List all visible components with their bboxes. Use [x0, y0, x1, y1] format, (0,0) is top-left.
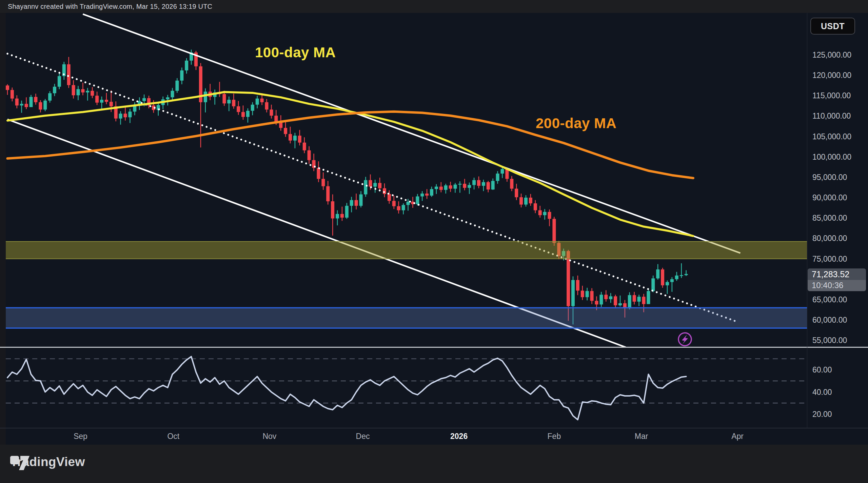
candle-down: [581, 290, 584, 297]
candle-down: [265, 102, 269, 110]
time-tick-nov: Nov: [262, 432, 276, 441]
candle-up: [637, 297, 641, 301]
candle-down: [425, 194, 429, 196]
price-plot: [6, 14, 807, 347]
time-tick-apr: Apr: [731, 432, 744, 441]
time-tick-oct: Oct: [167, 432, 179, 441]
candle-down: [534, 203, 537, 210]
last-price-chip[interactable]: 71,283.52 10:40:36: [808, 268, 866, 291]
candle-up: [227, 100, 231, 103]
candle-up: [680, 275, 683, 276]
candle-up: [171, 91, 174, 97]
candle-down: [548, 212, 551, 219]
candle-up: [119, 114, 122, 118]
candle-up: [628, 295, 631, 308]
candle-up: [204, 92, 207, 102]
candle-up: [256, 99, 259, 105]
candle-down: [279, 122, 282, 128]
candle-down: [397, 206, 400, 210]
price-pane[interactable]: [0, 13, 868, 347]
candle-up: [175, 81, 179, 91]
price-tick-label: 125,000.00: [812, 51, 851, 60]
candle-up: [128, 112, 132, 117]
candle-down: [642, 297, 646, 304]
candle-down: [449, 185, 452, 189]
candle-down: [439, 187, 443, 190]
tradingview-logo[interactable]: TradingView: [10, 455, 85, 469]
candle-down: [614, 296, 617, 305]
tradingview-logo-icon: [10, 452, 32, 471]
candle-up: [364, 180, 367, 194]
candle-down: [567, 251, 570, 306]
time-axis[interactable]: SepOctNovDec2026FebMarApr: [0, 428, 868, 445]
time-tick-feb: Feb: [548, 432, 561, 441]
candle-down: [303, 143, 306, 150]
candle-down: [552, 219, 556, 243]
candle-down: [241, 112, 245, 117]
candle-up: [43, 101, 47, 109]
candle-up: [336, 214, 339, 218]
candle-up: [543, 212, 547, 215]
candle-up: [586, 291, 589, 297]
price-tick-label: 120,000.00: [812, 71, 851, 80]
price-tick-label: 75,000.00: [812, 254, 847, 263]
candle-down: [463, 184, 466, 188]
header-bar: Shayannv created with TradingView.com, M…: [0, 0, 868, 13]
candle-down: [317, 168, 320, 179]
last-price-value: 71,283.52: [808, 268, 866, 280]
price-tick-label: 90,000.00: [812, 193, 847, 202]
candle-up: [373, 183, 377, 187]
candle-up: [48, 93, 52, 101]
candle-up: [435, 187, 438, 189]
candle-down: [590, 291, 594, 301]
candle-down: [81, 89, 84, 93]
candle-up: [666, 282, 669, 285]
candle-up: [402, 205, 405, 210]
candle-down: [11, 90, 14, 98]
candle-up: [524, 198, 528, 204]
candle-down: [298, 136, 301, 142]
candle-down: [91, 91, 94, 96]
candle-down: [237, 106, 240, 112]
upper-channel-trendline: [83, 14, 740, 253]
candle-down: [110, 102, 113, 106]
candle-down: [72, 85, 75, 95]
price-tick-label: 65,000.00: [812, 295, 847, 304]
symbol-badge[interactable]: USDT: [810, 18, 855, 35]
rsi-tick-label: 60.00: [812, 365, 832, 375]
candle-up: [685, 274, 688, 275]
candle-down: [284, 128, 287, 134]
candle-down: [519, 197, 523, 205]
candle-up: [609, 296, 612, 299]
candle-down: [331, 201, 334, 219]
attribution-text: Shayannv created with TradingView.com, M…: [0, 3, 212, 11]
candle-down: [270, 109, 273, 116]
lightning-icon[interactable]: [678, 333, 691, 346]
rsi-tick-label: 20.00: [812, 409, 832, 419]
candle-up: [350, 200, 353, 206]
candle-down: [661, 269, 664, 285]
price-tick-label: 105,000.00: [812, 132, 851, 141]
footer-bar: TradingView: [0, 445, 868, 483]
ma100-label: 100-day MA: [255, 44, 336, 61]
candle-down: [576, 280, 579, 290]
candle-up: [454, 185, 457, 189]
candle-up: [251, 105, 254, 111]
candle-up: [571, 280, 575, 306]
candle-up: [77, 89, 80, 95]
candle-up: [29, 97, 33, 107]
bar-countdown: 10:40:36: [808, 280, 866, 291]
candle-down: [289, 134, 292, 140]
time-tick-2026: 2026: [450, 432, 468, 441]
price-tick-label: 110,000.00: [812, 112, 851, 121]
candle-down: [308, 150, 311, 160]
candle-up: [444, 185, 448, 190]
candle-down: [34, 97, 37, 102]
candle-up: [407, 202, 410, 205]
candle-down: [321, 179, 325, 186]
candle-down: [388, 194, 391, 201]
price-tick-label: 85,000.00: [812, 214, 847, 223]
support-zone: [6, 308, 807, 328]
rsi-pane[interactable]: [0, 348, 868, 428]
candle-down: [25, 104, 28, 107]
